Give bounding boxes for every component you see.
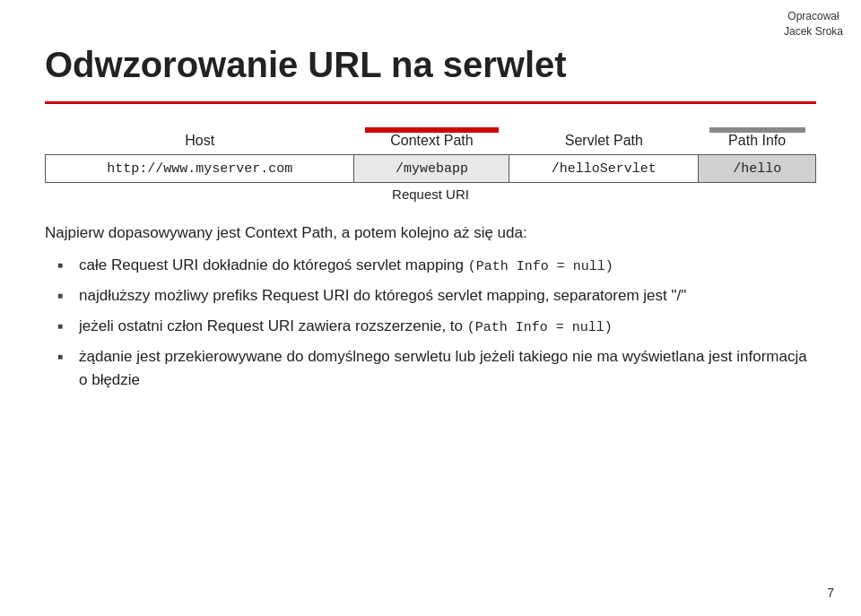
content-section: Najpierw dopasowywany jest Context Path,… bbox=[45, 221, 816, 391]
url-servlet: /helloServlet bbox=[509, 155, 699, 183]
page-title: Odwzorowanie URL na serwlet bbox=[45, 45, 816, 85]
url-context: /mywebapp bbox=[354, 155, 509, 183]
list-item: całe Request URI dokładnie do któregoś s… bbox=[54, 254, 816, 278]
page-number: 7 bbox=[827, 586, 834, 600]
main-text: Najpierw dopasowywany jest Context Path,… bbox=[45, 221, 816, 245]
bullet-code-0: (Path Info = null) bbox=[468, 259, 613, 274]
header-servlet-path: Servlet Path bbox=[509, 124, 699, 155]
list-item: jeżeli ostatni człon Request URI zawiera… bbox=[54, 315, 816, 339]
bullet-text-1: najdłuższy możliwy prefiks Request URI d… bbox=[79, 287, 686, 304]
bullet-code-2: (Path Info = null) bbox=[467, 320, 613, 335]
title-divider bbox=[45, 101, 816, 104]
author-line2: Jacek Sroka bbox=[784, 25, 843, 38]
header-host: Host bbox=[46, 124, 354, 155]
list-item: żądanie jest przekierowywane do domyślne… bbox=[54, 345, 816, 391]
bullet-list: całe Request URI dokładnie do któregoś s… bbox=[45, 254, 816, 392]
bullet-text-0: całe Request URI dokładnie do któregoś s… bbox=[79, 256, 468, 273]
bullet-text-2: jeżeli ostatni człon Request URI zawiera… bbox=[79, 317, 467, 334]
url-diagram: Host Context Path Servlet Path Path Info… bbox=[45, 124, 816, 205]
author-line1: Opracował bbox=[787, 10, 839, 22]
bullet-text-3: żądanie jest przekierowywane do domyślne… bbox=[79, 348, 807, 388]
url-host: http://www.myserver.com bbox=[46, 155, 354, 183]
slide: Opracował Jacek Sroka Odwzorowanie URL n… bbox=[0, 0, 861, 616]
header-context-path: Context Path bbox=[354, 124, 509, 155]
header-path-info: Path Info bbox=[699, 124, 816, 155]
url-pathinfo: /hello bbox=[699, 155, 816, 183]
request-uri-label: Request URI bbox=[46, 183, 816, 206]
author-block: Opracował Jacek Sroka bbox=[784, 9, 843, 39]
list-item: najdłuższy możliwy prefiks Request URI d… bbox=[54, 284, 816, 308]
